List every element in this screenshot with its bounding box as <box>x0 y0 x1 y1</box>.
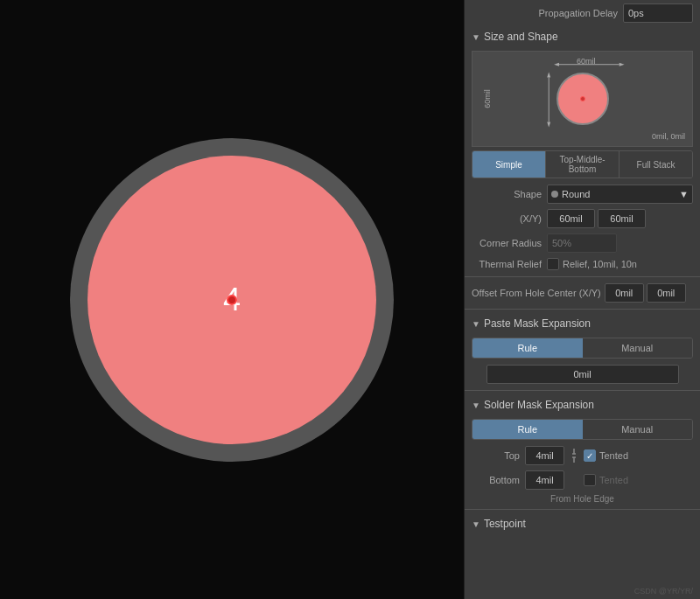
watermark: CSDN @YR/YR/ <box>634 587 693 596</box>
corner-radius-input <box>547 233 617 253</box>
svg-marker-2 <box>620 63 625 66</box>
top-value-input[interactable] <box>525 446 564 465</box>
paste-collapse-icon: ▼ <box>472 319 480 329</box>
shape-value: Round <box>562 189 590 199</box>
top-tented-checkbox[interactable]: ✓ <box>584 449 596 462</box>
bottom-value-input[interactable] <box>525 470 564 490</box>
paste-mask-tab-bar: Rule Manual <box>472 338 693 359</box>
preview-dim-x: 60mil <box>577 57 596 66</box>
xy-label: (X/Y) <box>472 213 542 224</box>
preview-origin: 0mil, 0mil <box>652 132 685 141</box>
tab-simple[interactable]: Simple <box>472 151 546 178</box>
collapse-arrow-icon: ▼ <box>472 32 480 42</box>
thermal-relief-row: Thermal Relief Relief, 10mil, 10n <box>465 255 700 273</box>
corner-radius-label: Corner Radius <box>472 238 542 248</box>
propagation-delay-row: Propagation Delay <box>465 0 700 26</box>
offset-row: Offset From Hole Center (X/Y) <box>465 281 700 305</box>
top-label: Top <box>472 450 520 461</box>
dropdown-arrow-icon: ▼ <box>679 189 689 199</box>
pad-outer: 4 <box>70 138 394 462</box>
svg-marker-4 <box>547 73 550 78</box>
shape-label: Shape <box>472 189 542 199</box>
tab-top-middle-bottom[interactable]: Top-Middle-Bottom <box>546 151 620 178</box>
canvas-area: 4 <box>0 0 464 599</box>
right-panel: Propagation Delay ▼ Size and Shape 60mil… <box>464 0 700 599</box>
y-input[interactable] <box>598 209 646 228</box>
testpoint-section-header[interactable]: ▼ Testpoint <box>465 513 700 534</box>
from-hole-edge-row: From Hole Edge <box>465 492 700 505</box>
paste-mask-label: Paste Mask Expansion <box>484 317 591 330</box>
svg-marker-5 <box>547 122 550 128</box>
paste-manual-tab[interactable]: Manual <box>583 338 693 358</box>
solder-manual-tab[interactable]: Manual <box>583 420 693 439</box>
testpoint-collapse-icon: ▼ <box>472 519 480 529</box>
bottom-tented-checkbox-wrapper: Tented <box>584 474 628 486</box>
solder-collapse-icon: ▼ <box>472 400 480 410</box>
size-shape-label: Size and Shape <box>484 31 558 43</box>
offset-label: Offset From Hole Center (X/Y) <box>472 288 601 298</box>
solder-mask-tab-bar: Rule Manual <box>472 419 693 440</box>
preview-pad-dot <box>580 96 585 101</box>
from-hole-edge-label: From Hole Edge <box>550 494 614 504</box>
paste-mask-section-header[interactable]: ▼ Paste Mask Expansion <box>465 313 700 334</box>
top-tented-row: Top ✓ Tented <box>465 443 700 468</box>
bottom-tented-label: Tented <box>599 475 628 485</box>
propagation-delay-input[interactable] <box>623 3 693 23</box>
tab-full-stack[interactable]: Full Stack <box>620 151 692 178</box>
pad-hole <box>227 295 237 305</box>
paste-input-row <box>465 362 700 387</box>
preview-area: 60mil 60mil 0mil, 0mil <box>472 51 693 147</box>
thermal-relief-label: Thermal Relief <box>472 259 542 269</box>
bottom-tented-row: Bottom Tented <box>465 468 700 492</box>
preview-pad <box>556 73 609 125</box>
shape-dot-icon <box>551 191 558 198</box>
xy-row: (X/Y) <box>465 206 700 231</box>
corner-radius-row: Corner Radius <box>465 231 700 255</box>
preview-dim-y: 60mil <box>483 89 492 108</box>
thermal-relief-value: Relief, 10mil, 10n <box>563 259 637 269</box>
top-tented-label: Tented <box>599 450 628 461</box>
svg-marker-1 <box>554 63 559 66</box>
thermal-relief-checkbox[interactable] <box>547 258 559 270</box>
propagation-delay-label: Propagation Delay <box>472 8 618 18</box>
size-shape-section-header[interactable]: ▼ Size and Shape <box>465 26 700 47</box>
offset-x-input[interactable] <box>605 283 644 303</box>
shape-row: Shape Round ▼ <box>465 182 700 206</box>
pad-inner: 4 <box>88 156 376 444</box>
testpoint-label: Testpoint <box>484 518 526 530</box>
solder-mask-label: Solder Mask Expansion <box>484 399 594 411</box>
shape-select[interactable]: Round ▼ <box>547 185 693 204</box>
paste-rule-tab[interactable]: Rule <box>472 338 583 358</box>
solder-mask-section-header[interactable]: ▼ Solder Mask Expansion <box>465 394 700 415</box>
bottom-label: Bottom <box>472 475 520 485</box>
shape-tab-bar: Simple Top-Middle-Bottom Full Stack <box>472 150 693 178</box>
solder-rule-tab[interactable]: Rule <box>472 420 583 439</box>
paste-value-input[interactable] <box>486 365 679 384</box>
bottom-tented-checkbox[interactable] <box>584 474 596 486</box>
link-icon <box>568 449 580 462</box>
offset-y-input[interactable] <box>647 283 686 303</box>
top-tented-checkbox-wrapper: ✓ Tented <box>584 449 628 462</box>
x-input[interactable] <box>547 209 595 228</box>
